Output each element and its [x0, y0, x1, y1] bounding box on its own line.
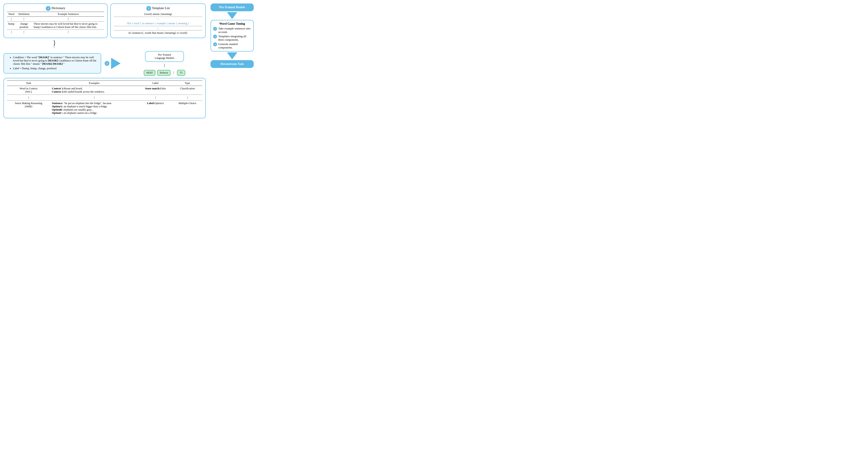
table-row-wic: Word in Context(WiC) Context 1:Room and …: [7, 86, 202, 94]
wgt-section: Word Game Tuning 1 Take example sentence…: [211, 20, 254, 52]
brace-down: {: [164, 63, 165, 68]
type-smr: Multiple-Choice: [173, 100, 202, 116]
cell-dots: ⋮: [7, 17, 16, 22]
col-examples: Examples: [50, 81, 138, 86]
badge-3-container: 3: [104, 61, 110, 66]
dots-type: ⋮: [173, 94, 202, 100]
cell-word: bump: [7, 22, 16, 30]
left-column: 1 Dictionary Word Definition Example Sen…: [3, 3, 206, 118]
table-row: ⋮ ⋮ ⋮: [7, 17, 104, 22]
arrow-down-2: [227, 52, 237, 59]
template-item-3: In {sentence}, words that means {meaning…: [114, 30, 202, 35]
examples-wic: Context 1:Room and board. Context 2:He n…: [50, 86, 138, 94]
pretrained-models-label: Pre-Trained Models: [211, 3, 254, 11]
col-type: Type: [173, 81, 202, 86]
dict-title: Dictionary: [52, 6, 65, 10]
step-row-2: 2 Templates integrating all three compon…: [213, 35, 251, 41]
badge-1: 1: [46, 6, 51, 11]
condition-bullet-1: Condition = The word "[MASK]" in sentenc…: [13, 56, 98, 65]
cell-dots: ⋮: [16, 30, 32, 35]
model-dots: ⋮: [172, 71, 175, 75]
step-badge-2: 2: [213, 35, 217, 38]
cell-dots: ⋮: [16, 17, 32, 22]
template-title: Template List: [152, 6, 170, 10]
step-text-3: Generate masked components.: [218, 42, 251, 49]
mask-2: [MASK]: [48, 59, 58, 62]
task-wic: Word in Context(WiC): [7, 86, 50, 94]
arrow-down-shape-2: [227, 52, 237, 59]
main-layout: 1 Dictionary Word Definition Example Sen…: [3, 3, 256, 118]
right-column: Pre-Trained Models Word Game Tuning 1 Ta…: [208, 3, 256, 118]
template-item-1: {word} means {meaning}: [114, 12, 202, 17]
right-col-inner: Pre-Trained Models Word Game Tuning 1 Ta…: [208, 3, 256, 68]
col-example: Example Sentences: [32, 12, 104, 17]
model-section: Pre-Trained Language Models { BERT Rober…: [123, 51, 206, 76]
table-row-bump: bump change position These movies may be…: [7, 22, 104, 30]
table-row-smr: Sense Making Reasoning(SMR) Sentence: "h…: [7, 100, 202, 116]
brace-section: } ↓: [3, 40, 206, 49]
dict-table: Word Definition Example Sentences ⋮ ⋮ ⋮ …: [7, 12, 104, 34]
brace-arrow-down: ↓: [53, 46, 55, 49]
cell-dots: ⋮: [32, 17, 104, 22]
cell-dots: ⋮: [7, 30, 16, 35]
examples-smr: Sentence: "he put an elephant into the f…: [50, 100, 138, 116]
step-text-2: Templates integrating all three componen…: [218, 35, 251, 41]
col-task: Task: [7, 81, 50, 86]
wgt-title: Word Game Tuning: [213, 22, 251, 26]
table-header: Task Examples Label Type: [7, 81, 202, 86]
step-row-3: 3 Generate masked components.: [213, 42, 251, 49]
downstream-task-label: Downstream Task: [211, 60, 254, 68]
template-dots-1: ...: [114, 17, 202, 21]
badge-3: 3: [104, 61, 110, 66]
type-wic: Classification: [173, 86, 202, 94]
template-item-2: The { word } in sentence { example } mea…: [114, 21, 202, 26]
mask-4: [MASK]: [53, 62, 63, 65]
ptlm-title-line1: Pre-Trained: [149, 53, 181, 56]
table-row: ⋮ ⋮ ⋮: [7, 30, 104, 35]
mask-3: [MASK]: [42, 62, 52, 65]
condition-bullet-2: Label = [bump, bump, change, position]: [13, 67, 98, 70]
middle-row: Condition = The word "[MASK]" in sentenc…: [3, 51, 206, 76]
arrow-down-shape-1: [227, 12, 237, 19]
arrow-down-1: [227, 12, 237, 19]
chip-roberta: Roberta: [157, 70, 170, 76]
mask-1: [MASK]: [39, 56, 49, 59]
model-chips: BERT Roberta ⋮ T5: [144, 70, 185, 76]
task-table: Task Examples Label Type Word in Context…: [7, 81, 202, 116]
curly-brace: }: [53, 40, 56, 46]
step-badge-3: 3: [213, 42, 217, 46]
task-smr: Sense Making Reasoning(SMR): [7, 100, 50, 116]
brace-container: } ↓: [3, 40, 114, 49]
label-smr: Label:OptionA: [138, 100, 173, 116]
dots-label: ⋮: [138, 94, 173, 100]
arrow-section: 3: [104, 58, 121, 69]
step-row-1: 1 Take example sentences into account.: [213, 27, 251, 34]
label-wic: Sense match:False: [138, 86, 173, 94]
ptlm-title-line2: Language Models: [149, 56, 181, 60]
condition-list: Condition = The word "[MASK]" in sentenc…: [7, 56, 98, 70]
step-text-1: Take example sentences into account.: [218, 27, 251, 34]
col-word: Word: [7, 12, 16, 17]
col-label: Label: [138, 81, 173, 86]
chip-bert: BERT: [144, 70, 155, 76]
col-def: Definition: [16, 12, 32, 17]
dots-examples: ⋮: [50, 94, 138, 100]
condition-box: Condition = The word "[MASK]" in sentenc…: [3, 53, 101, 74]
bottom-box: Task Examples Label Type Word in Context…: [3, 78, 206, 118]
right-arrow: [111, 58, 121, 69]
chip-t5: T5: [177, 70, 185, 76]
table-row-dots: ⋮ ⋮ ⋮ ⋮: [7, 94, 202, 100]
step-badge-1: 1: [213, 27, 217, 31]
cell-dots: ⋮: [32, 30, 104, 35]
template-dots-2: ...: [114, 26, 202, 30]
condition-text: Condition = The word "[MASK]" in sentenc…: [13, 56, 96, 65]
template-list-box: 2 Template List {word} means {meaning} .…: [110, 3, 206, 38]
top-row: 1 Dictionary Word Definition Example Sen…: [3, 3, 206, 38]
cell-def: change position: [16, 22, 32, 30]
badge-2: 2: [146, 6, 151, 11]
cell-example: These movies may be well loved but they'…: [32, 22, 104, 30]
ptlm-box: Pre-Trained Language Models: [145, 51, 184, 62]
template-list: {word} means {meaning} ... The { word } …: [114, 12, 202, 35]
dictionary-box: 1 Dictionary Word Definition Example Sen…: [3, 3, 107, 38]
dots-task: ⋮: [7, 94, 50, 100]
